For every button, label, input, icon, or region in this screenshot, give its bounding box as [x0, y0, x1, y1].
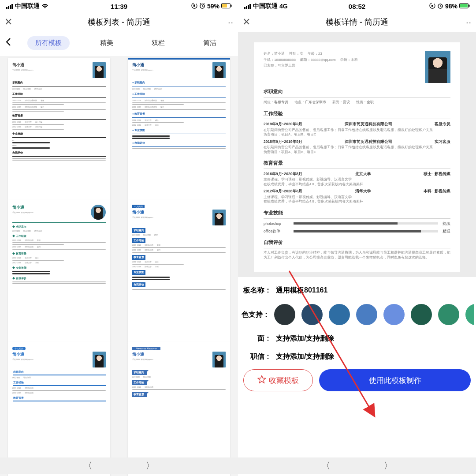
alarm-icon [199, 3, 205, 10]
svg-rect-18 [460, 4, 468, 7]
avatar [212, 62, 226, 78]
template-card[interactable]: Personal Resume 简小通手机 18888 · 邮箱 88@qq.c… [128, 342, 230, 476]
use-template-button[interactable]: 使用此模板制作 [319, 369, 471, 391]
tab-premium[interactable]: 精美 [92, 36, 121, 50]
color-option[interactable] [356, 304, 377, 325]
lock-rotation-icon [429, 3, 435, 10]
page-title: 模板详情 - 简历通 [326, 17, 388, 27]
svg-rect-19 [469, 5, 470, 7]
tab-two-column[interactable]: 双栏 [144, 36, 173, 50]
tab-simple[interactable]: 简洁 [195, 36, 224, 50]
page-title: 模板列表 - 简历通 [88, 17, 150, 27]
meta-page-label: 面： [238, 334, 276, 343]
svg-rect-2 [10, 5, 11, 9]
color-option[interactable] [301, 304, 323, 325]
back-icon[interactable] [3, 37, 14, 49]
svg-rect-0 [6, 7, 7, 9]
svg-rect-1 [8, 6, 9, 9]
color-option[interactable] [329, 304, 350, 325]
meta-name-value: 通用模板801161 [276, 286, 327, 295]
template-preview[interactable]: 姓名：简小通性别：女年龄：23 手机：18888888888邮箱：88888@q… [238, 32, 476, 277]
avatar [212, 210, 226, 225]
template-grid: 简小通手机 18888 · 邮箱 88@qq.com 求职意向岗位 客服地点 深… [0, 56, 238, 476]
tab-all-templates[interactable]: 所有模板 [27, 36, 70, 50]
template-card[interactable]: 简小通手机 18888 · 邮箱 88@qq.com 求职意向岗位 客服地点 深… [8, 58, 110, 200]
battery-icon [221, 3, 232, 10]
battery-text: 98% [445, 3, 457, 10]
avatar [93, 352, 106, 367]
close-icon[interactable]: ✕ [4, 16, 12, 28]
favorite-button[interactable]: 收藏模板 [243, 369, 313, 391]
network-text: 4G [279, 3, 288, 10]
star-icon [257, 375, 266, 386]
svg-rect-10 [244, 7, 245, 9]
carrier-text: 中国联通 [15, 2, 40, 10]
close-icon[interactable]: ✕ [242, 16, 250, 28]
avatar [212, 352, 226, 367]
svg-rect-3 [11, 4, 13, 9]
lock-rotation-icon [191, 3, 197, 10]
meta-name-label: 板名称： [238, 286, 276, 295]
color-option[interactable] [383, 304, 405, 325]
alarm-icon [437, 3, 443, 10]
pager: 〈 〉 [238, 457, 476, 474]
svg-rect-8 [222, 4, 227, 7]
svg-rect-5 [193, 5, 195, 7]
pager: 〈 〉 [0, 457, 238, 474]
color-option[interactable] [465, 304, 474, 325]
more-icon[interactable]: ·· [228, 17, 234, 27]
color-options [274, 304, 474, 325]
svg-rect-11 [246, 6, 247, 9]
battery-text: 59% [207, 3, 219, 10]
template-card[interactable]: 个人简历 简小通手机 18888 · 邮箱 88@qq.com 求职意向岗位 客… [128, 200, 230, 342]
clock-text: 11:39 [111, 3, 127, 10]
meta-letter-value: 支持添加/支持删除 [276, 352, 334, 361]
wifi-icon [41, 4, 48, 9]
pager-prev[interactable]: 〈 [321, 459, 331, 472]
more-icon[interactable]: ·· [466, 17, 472, 27]
color-option[interactable] [411, 304, 432, 325]
svg-rect-13 [249, 4, 251, 9]
pager-next[interactable]: 〉 [145, 459, 155, 472]
pager-prev[interactable]: 〈 [83, 459, 93, 472]
battery-icon [459, 3, 470, 10]
svg-rect-15 [431, 5, 433, 7]
svg-rect-12 [248, 5, 249, 9]
meta-color-label: 色支持： [238, 310, 274, 319]
meta-letter-label: 职信： [238, 352, 276, 361]
carrier-text: 中国联通 [253, 2, 278, 10]
avatar [91, 205, 106, 220]
signal-icon [244, 4, 251, 9]
avatar [425, 51, 450, 83]
color-option[interactable] [274, 304, 295, 325]
template-card[interactable]: 简小通手机 18888 · 邮箱 88@qq.com 求职意向岗位 客服地点 深… [8, 200, 110, 342]
meta-page-value: 支持添加/支持删除 [276, 334, 334, 343]
template-card[interactable]: 简小通手机 18888 · 邮箱 88@qq.com 求职意向岗位 客服地点 深… [128, 58, 230, 200]
template-card[interactable]: 个人简历 简小通手机 18888 · 邮箱 88@qq.com 求职意向岗位 客… [8, 342, 110, 476]
svg-rect-9 [231, 5, 232, 7]
color-option[interactable] [438, 304, 459, 325]
signal-icon [6, 4, 13, 9]
clock-text: 08:52 [349, 3, 365, 10]
avatar [93, 62, 106, 78]
pager-next[interactable]: 〉 [383, 459, 393, 472]
